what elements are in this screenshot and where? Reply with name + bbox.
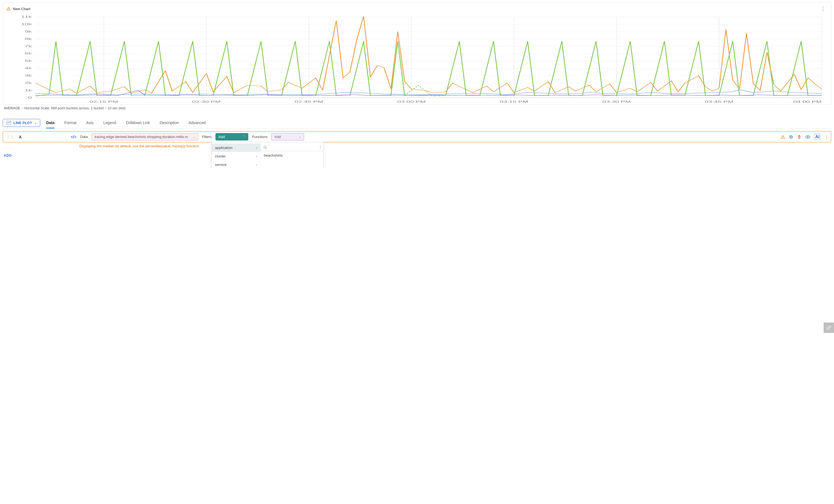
tab-legend[interactable]: Legend <box>103 117 116 128</box>
svg-text:6k: 6k <box>25 52 32 55</box>
code-toggle-icon[interactable]: </> <box>71 135 76 139</box>
trash-icon[interactable] <box>797 135 802 139</box>
warning-icon[interactable] <box>781 135 785 139</box>
filters-label: Filters <box>202 135 212 139</box>
search-icon <box>263 145 267 149</box>
functions-label: Functions <box>252 135 267 139</box>
chevron-down-icon: ⌄ <box>193 135 195 139</box>
svg-text:04:00 PM: 04:00 PM <box>793 100 822 103</box>
svg-text:03:00 PM: 03:00 PM <box>397 100 426 103</box>
chevron-right-icon: › <box>256 155 257 158</box>
svg-text:11k: 11k <box>21 15 32 19</box>
tab-drilldown-link[interactable]: Drilldown Link <box>126 117 150 128</box>
svg-point-45 <box>783 137 783 138</box>
tab-data[interactable]: Data <box>46 117 54 128</box>
query-letter: A <box>19 135 25 139</box>
svg-point-1 <box>8 9 9 10</box>
tab-axis[interactable]: Axis <box>86 117 93 128</box>
svg-text:2k: 2k <box>25 81 32 85</box>
hint-text: Displaying the median by default, use th… <box>79 144 830 148</box>
chart-title[interactable]: New Chart <box>13 7 30 11</box>
svg-text:5k: 5k <box>25 59 32 62</box>
svg-text:03:45 PM: 03:45 PM <box>705 100 733 103</box>
svg-rect-46 <box>790 136 792 138</box>
tab-format[interactable]: Format <box>64 117 76 128</box>
ai-icon[interactable]: AI <box>814 134 820 140</box>
svg-line-50 <box>266 147 267 149</box>
filter-item-application[interactable]: application› <box>212 143 260 152</box>
filter-search-input[interactable] <box>269 145 320 149</box>
svg-text:7k: 7k <box>25 45 32 48</box>
svg-point-48 <box>807 136 809 137</box>
data-label: Data <box>80 135 88 139</box>
chevron-right-icon: › <box>256 146 257 150</box>
svg-text:02:45 PM: 02:45 PM <box>295 100 323 103</box>
svg-text:02:30 PM: 02:30 PM <box>192 100 221 103</box>
line-chart[interactable]: 01k2k3k4k5k6k7k8k9k10k11k02:15 PM02:30 P… <box>5 15 828 105</box>
eye-icon[interactable] <box>805 135 810 139</box>
chart-summary: AVERAGE|Horizontal Scale: 669 point buck… <box>3 105 831 111</box>
copy-icon[interactable] <box>789 135 793 139</box>
svg-text:4k: 4k <box>25 66 32 70</box>
chevron-down-icon: ⌄ <box>34 121 37 124</box>
line-plot-icon <box>6 121 11 124</box>
add-query-button[interactable]: ADD <box>4 154 831 157</box>
filter-result[interactable]: beachshirts <box>261 151 323 160</box>
chevron-down-icon: ⌄ <box>299 135 301 139</box>
chart-menu-button[interactable]: ⋮ <box>818 5 828 13</box>
query-menu-button[interactable]: ⋮ <box>825 134 829 139</box>
filter-item-service[interactable]: service› <box>212 160 260 168</box>
query-row: ⋮⋮ A </> Data tracing.edge.derived.beach… <box>3 131 831 142</box>
svg-point-49 <box>264 146 266 148</box>
svg-text:8k: 8k <box>25 37 32 41</box>
svg-text:10k: 10k <box>21 22 32 26</box>
plot-type-selector[interactable]: LINE PLOT ⌄ <box>3 119 40 127</box>
svg-rect-47 <box>790 135 792 137</box>
chevron-right-icon: › <box>256 163 257 167</box>
svg-text:02:15 PM: 02:15 PM <box>90 100 118 103</box>
svg-text:9k: 9k <box>25 30 32 33</box>
tab-advanced[interactable]: Advanced <box>189 117 206 128</box>
svg-text:03:15 PM: 03:15 PM <box>500 100 528 103</box>
filter-item-cluster[interactable]: cluster› <box>212 152 260 160</box>
drag-handle-icon[interactable]: ⋮⋮ <box>5 135 15 139</box>
svg-text:03:30 PM: 03:30 PM <box>602 100 631 103</box>
add-function-button[interactable]: Add ⌄ <box>271 133 304 140</box>
svg-text:1k: 1k <box>25 89 32 92</box>
tab-description[interactable]: Description <box>160 117 179 128</box>
svg-text:3k: 3k <box>25 74 32 77</box>
warning-icon <box>6 6 11 11</box>
metric-selector[interactable]: tracing.edge.derived.beachshirts.shoppin… <box>92 133 198 140</box>
add-filter-button[interactable]: Add ⌃ <box>216 133 248 140</box>
svg-text:0: 0 <box>28 96 32 99</box>
filter-popover: application›cluster›service›shard›source… <box>211 142 324 168</box>
chevron-up-icon: ⌃ <box>243 135 245 139</box>
